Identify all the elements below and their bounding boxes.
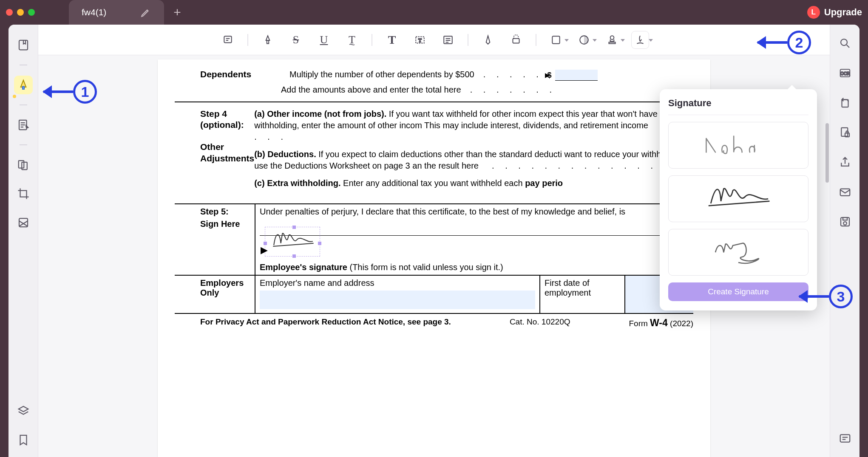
titlebar: fw4(1) + L Upgrade <box>0 0 868 25</box>
dep-line-2: Add the amounts above and enter the tota… <box>281 85 461 94</box>
share-button[interactable] <box>836 153 854 172</box>
text-tool[interactable]: T <box>383 31 400 48</box>
underline-tool[interactable]: U <box>315 31 332 48</box>
rail-separator <box>20 144 27 145</box>
toolbar-separator <box>247 34 248 46</box>
annotate-button[interactable] <box>14 76 33 94</box>
textbox-tool[interactable]: T <box>411 31 428 48</box>
text-style-tool[interactable]: T <box>343 31 360 48</box>
signature-popover: Signature Create Signature <box>660 89 817 310</box>
toolbar-separator <box>372 34 372 46</box>
upgrade-button[interactable]: Upgrade <box>824 7 862 18</box>
employer-name-address: Employer's name and address <box>255 276 540 313</box>
employer-name-field[interactable] <box>260 291 535 309</box>
signature-item-2[interactable] <box>668 175 808 222</box>
pencil-tool[interactable] <box>479 31 496 48</box>
create-signature-button[interactable]: Create Signature <box>668 282 808 301</box>
new-tab-button[interactable]: + <box>173 5 181 20</box>
rotate-button[interactable] <box>836 93 854 112</box>
step5-section: Step 5: Sign Here Under penalties of per… <box>175 203 693 275</box>
svg-point-16 <box>841 39 847 45</box>
dep-line-1: Multiply the number of other dependents … <box>289 70 474 79</box>
strikethrough-tool[interactable]: S <box>287 31 304 48</box>
svg-text:OCR: OCR <box>840 71 850 76</box>
mail-button[interactable] <box>836 183 854 201</box>
svg-rect-1 <box>23 87 24 89</box>
tab-title: fw4(1) <box>82 7 106 17</box>
lock-button[interactable] <box>836 123 854 142</box>
placed-signature[interactable] <box>270 228 317 251</box>
highlighter-tool[interactable] <box>259 31 276 48</box>
center-pane: S U T T T Dependents Multiply the <box>38 25 830 457</box>
popover-title: Signature <box>668 98 808 109</box>
left-rail <box>9 25 38 457</box>
crop-button[interactable] <box>14 184 33 203</box>
compare-button[interactable] <box>14 155 33 174</box>
eraser-tool[interactable] <box>508 31 525 48</box>
page-footer: For Privacy Act and Paperwork Reduction … <box>175 313 693 329</box>
color-tool[interactable] <box>576 31 593 48</box>
svg-rect-15 <box>609 42 615 43</box>
edit-button[interactable] <box>14 116 33 134</box>
perjury-text: Under penalties of perjury, I declare th… <box>260 207 689 217</box>
svg-rect-20 <box>841 128 848 136</box>
svg-rect-24 <box>843 217 847 220</box>
save-button[interactable] <box>836 212 854 231</box>
titlebar-right: L Upgrade <box>807 6 862 19</box>
panel-button[interactable] <box>836 429 854 448</box>
document-viewport[interactable]: Dependents Multiply the number of other … <box>38 55 830 457</box>
pages-button[interactable] <box>14 213 33 232</box>
svg-rect-11 <box>513 38 519 43</box>
rail-separator <box>20 104 27 105</box>
employers-section: Employers Only Employer's name and addre… <box>175 275 693 313</box>
layers-button[interactable] <box>14 402 33 420</box>
dependents-label: Dependents <box>200 69 281 80</box>
toolbar-separator <box>536 34 536 46</box>
svg-text:T: T <box>418 37 422 43</box>
note-tool[interactable] <box>219 31 236 48</box>
signature-item-3[interactable] <box>668 229 808 276</box>
svg-rect-26 <box>840 434 850 442</box>
signature-item-1[interactable] <box>668 122 808 169</box>
right-rail: OCR <box>830 25 859 457</box>
minimize-window-button[interactable] <box>17 9 24 16</box>
search-button[interactable] <box>836 34 854 53</box>
list-tool[interactable] <box>440 31 457 48</box>
step4-label: Step 4 (optional): Other Adjustments <box>200 108 254 164</box>
svg-rect-22 <box>840 189 850 196</box>
caret-icon: ▶ <box>261 245 268 256</box>
activity-indicator-dot <box>13 95 16 98</box>
section-divider <box>175 102 693 102</box>
bookmark-button[interactable] <box>14 431 33 449</box>
bookmarks-button[interactable] <box>14 36 33 54</box>
tab-strip: fw4(1) + <box>69 0 807 25</box>
window-controls <box>6 9 35 16</box>
scrollbar-thumb[interactable] <box>825 123 829 183</box>
shape-tool[interactable] <box>547 31 564 48</box>
stamp-tool[interactable] <box>604 31 621 48</box>
svg-rect-7 <box>267 40 269 44</box>
svg-rect-12 <box>552 36 559 43</box>
ocr-button[interactable]: OCR <box>836 64 854 82</box>
document-tab[interactable]: fw4(1) <box>69 0 164 25</box>
avatar[interactable]: L <box>807 6 820 19</box>
svg-point-25 <box>843 222 847 225</box>
dependents-amount-field[interactable] <box>555 70 598 81</box>
pencil-icon <box>140 7 151 18</box>
rail-separator <box>20 65 27 65</box>
close-window-button[interactable] <box>6 9 13 16</box>
toolbar-separator <box>468 34 468 46</box>
svg-rect-6 <box>224 36 231 42</box>
app-frame: S U T T T Dependents Multiply the <box>9 25 859 457</box>
svg-point-14 <box>610 36 614 39</box>
document-page: Dependents Multiply the number of other … <box>158 59 710 457</box>
signature-tool[interactable] <box>632 31 649 48</box>
annotation-toolbar: S U T T T <box>38 25 830 55</box>
zoom-window-button[interactable] <box>28 9 35 16</box>
